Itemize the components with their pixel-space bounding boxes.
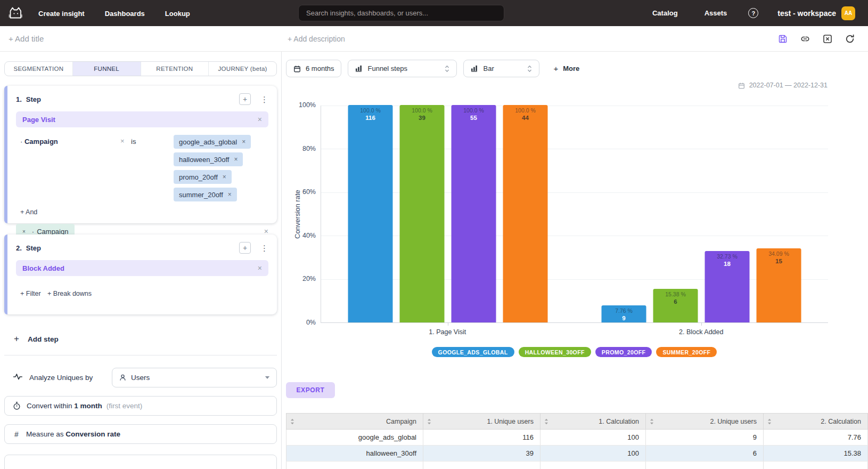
remove-event-icon[interactable]: ×	[258, 264, 262, 272]
filter-value-chip-summer-20off[interactable]: summer_20off×	[174, 188, 237, 201]
bar-value-labels: 100.0 %55	[452, 107, 496, 122]
remove-breakdown-row-icon[interactable]: ×	[264, 228, 268, 235]
legend-chip-halloween-30off[interactable]: HALLOWEEN_30OFF	[519, 347, 591, 357]
nav-item-catalog[interactable]: Catalog	[652, 9, 678, 17]
table-row-google-ads-global[interactable]: google_ads_global11610097.76	[286, 430, 868, 446]
legend-chip-promo-20off[interactable]: PROMO_20OFF	[595, 347, 652, 357]
add-and-condition-button[interactable]: + And	[20, 208, 37, 216]
funnel-bar-promo-20off[interactable]: 32.73 %18	[705, 251, 750, 322]
stopwatch-icon	[12, 401, 21, 410]
add-breakdown-button[interactable]: + Break downs	[47, 290, 92, 297]
remove-value-icon[interactable]: ×	[223, 173, 226, 181]
legend-chip-google-ads-global[interactable]: GOOGLE_ADS_GLOBAL	[432, 347, 514, 357]
more-options-button[interactable]: + More	[553, 64, 579, 73]
legend-chip-summer-20off[interactable]: SUMMER_20OFF	[656, 347, 717, 357]
add-description-input[interactable]: + Add description	[288, 35, 345, 43]
funnel-bar-google-ads-global[interactable]: 100.0 %116	[348, 105, 393, 322]
tab-journey-beta[interactable]: JOURNEY (beta)	[208, 62, 276, 76]
bar-percent-label: 100.0 %	[400, 107, 445, 114]
funnel-step-2-card: 2. Step + ⋮ Block Added × + Filter + Bre…	[4, 234, 277, 314]
nav-right-items: CatalogAssets ? test - workspace AA	[652, 6, 855, 20]
help-icon[interactable]: ?	[748, 8, 758, 18]
chart-type-select[interactable]: Bar	[463, 60, 539, 77]
add-step-button[interactable]: + Add step	[4, 329, 277, 349]
add-event-icon[interactable]: +	[239, 93, 251, 105]
bar-count-label: 116	[348, 114, 393, 122]
table-row-halloween-30off[interactable]: halloween_30off39100615.38	[286, 446, 868, 462]
tab-segmentation[interactable]: SEGMENTATION	[5, 62, 72, 76]
filter-value-chip-google-ads-global[interactable]: google_ads_global×	[174, 135, 251, 149]
bar-value-labels: 32.73 %18	[705, 253, 750, 268]
measure-as-button[interactable]: # Measure as Conversion rate	[4, 424, 277, 444]
funnel-bar-halloween-30off[interactable]: 15.38 %6	[653, 289, 698, 322]
remove-value-icon[interactable]: ×	[242, 138, 245, 145]
date-range-display: 2022-07-01 — 2022-12-31	[286, 82, 868, 89]
bar-count-label: 6	[653, 298, 698, 305]
workspace-name[interactable]: test - workspace	[777, 9, 836, 18]
funnel-bar-google-ads-global[interactable]: 7.76 %9	[602, 305, 646, 322]
funnel-step-1-card: 1. Step + ⋮ Page Visit × · Campaign × is…	[4, 86, 277, 223]
remove-value-icon[interactable]: ×	[234, 156, 238, 163]
event-row-block-added[interactable]: Block Added ×	[16, 260, 268, 276]
funnel-bar-summer-20off[interactable]: 100.0 %44	[503, 105, 548, 322]
header-label: Campaign	[386, 418, 416, 425]
tab-retention[interactable]: RETENTION	[141, 62, 209, 76]
remove-value-icon[interactable]: ×	[228, 191, 232, 198]
filter-operator[interactable]: is	[131, 138, 136, 145]
event-name: Block Added	[22, 264, 64, 272]
funnel-bar-halloween-30off[interactable]: 100.0 %39	[400, 105, 445, 322]
sort-icon[interactable]	[544, 418, 548, 425]
copy-link-icon[interactable]	[800, 34, 810, 44]
nav-item-lookup[interactable]: Lookup	[165, 10, 190, 18]
app-logo-cat-icon[interactable]	[7, 6, 23, 20]
remove-event-icon[interactable]: ×	[258, 116, 262, 123]
table-header-1-calculation: 1. Calculation	[541, 414, 646, 430]
sort-icon[interactable]	[290, 418, 294, 425]
nav-item-create-insight[interactable]: Create insight	[38, 10, 85, 18]
avatar[interactable]: AA	[841, 6, 855, 20]
sort-icon[interactable]	[427, 418, 431, 425]
bar-percent-label: 100.0 %	[452, 107, 496, 114]
remove-filter-icon[interactable]: ×	[120, 137, 125, 145]
convert-within-button[interactable]: Convert within 1 month (first event)	[4, 396, 277, 416]
add-event-icon[interactable]: +	[239, 242, 251, 254]
table-cell	[423, 462, 541, 469]
table-cell: 100	[541, 446, 646, 462]
nav-item-assets[interactable]: Assets	[705, 9, 727, 17]
filter-value: promo_20off	[179, 173, 218, 181]
y-tick-label: 80%	[286, 145, 316, 152]
next-option-box-partial[interactable]	[4, 455, 277, 469]
y-tick-label: 20%	[286, 275, 316, 282]
event-row-page-visit[interactable]: Page Visit ×	[16, 111, 268, 127]
remove-breakdown-icon[interactable]: ×	[22, 229, 26, 234]
filter-property[interactable]: · Campaign	[20, 138, 58, 145]
date-range-button[interactable]: 6 months	[286, 60, 341, 77]
filter-value-chip-halloween-30off[interactable]: halloween_30off×	[174, 152, 243, 166]
refresh-icon[interactable]	[845, 34, 855, 44]
chart-legend: GOOGLE_ADS_GLOBALHALLOWEEN_30OFFPROMO_20…	[321, 347, 828, 357]
x-axis-label-2-block-added: 2. Block Added	[679, 328, 723, 336]
export-button[interactable]: EXPORT	[286, 382, 335, 398]
search-input[interactable]	[298, 5, 504, 21]
view-type-select[interactable]: Funnel steps	[348, 60, 457, 77]
step-menu-icon[interactable]: ⋮	[260, 244, 268, 252]
table-row-partial[interactable]	[286, 462, 868, 469]
bar-count-label: 44	[503, 114, 548, 122]
save-icon[interactable]	[777, 34, 788, 44]
filter-value-chip-promo-20off[interactable]: promo_20off×	[174, 170, 232, 184]
y-tick-label: 100%	[286, 101, 316, 109]
y-tick-label: 0%	[286, 319, 316, 326]
close-insight-icon[interactable]	[822, 34, 833, 44]
event-name: Page Visit	[22, 116, 55, 124]
add-title-input[interactable]: + Add title	[9, 34, 44, 43]
analyze-entity-select[interactable]: Users	[112, 368, 277, 387]
sort-icon[interactable]	[767, 418, 772, 425]
funnel-bar-summer-20off[interactable]: 34.09 %15	[757, 248, 801, 322]
step-menu-icon[interactable]: ⋮	[260, 95, 268, 103]
sort-icon[interactable]	[650, 418, 654, 425]
tab-funnel[interactable]: FUNNEL	[72, 62, 141, 76]
convert-hint: (first event)	[107, 402, 143, 410]
nav-item-dashboards[interactable]: Dashboards	[105, 10, 145, 18]
add-filter-button[interactable]: + Filter	[20, 290, 41, 297]
funnel-bar-promo-20off[interactable]: 100.0 %55	[452, 105, 496, 322]
